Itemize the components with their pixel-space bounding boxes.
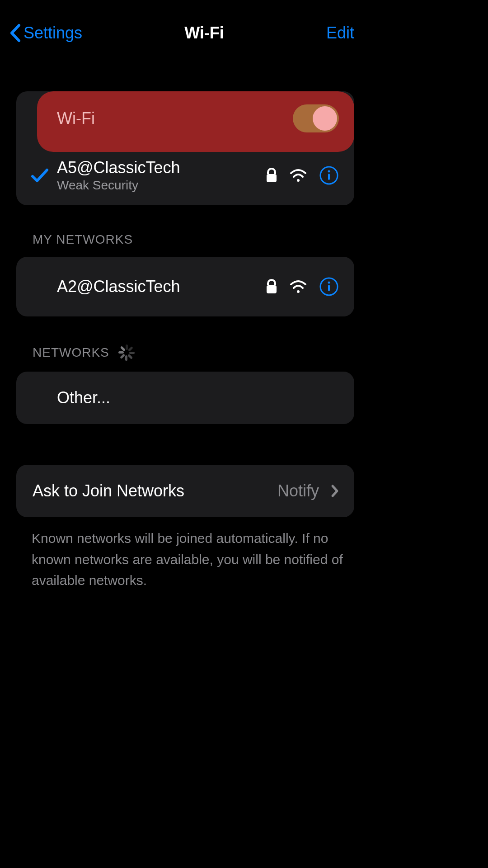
my-network-row[interactable]: A2@ClassicTech (16, 257, 354, 316)
networks-header: NETWORKS /* spokes generated below */ (33, 344, 371, 362)
svg-point-6 (297, 290, 300, 293)
edit-button[interactable]: Edit (326, 24, 354, 42)
svg-rect-0 (267, 174, 277, 182)
wifi-icon (289, 169, 307, 182)
info-button[interactable] (319, 277, 339, 297)
ask-to-join-row[interactable]: Ask to Join Networks Notify (16, 465, 354, 517)
back-label: Settings (23, 24, 82, 42)
chevron-right-icon (331, 484, 339, 498)
spinner-icon: /* spokes generated below */ (117, 344, 136, 362)
ask-to-join-value: Notify (277, 481, 319, 500)
lock-icon (266, 279, 277, 294)
svg-point-3 (328, 170, 330, 173)
svg-rect-4 (328, 174, 330, 180)
chevron-left-icon (9, 24, 21, 42)
other-label: Other... (57, 388, 339, 407)
wifi-toggle-row[interactable]: Wi-Fi (16, 91, 354, 146)
wifi-icon (289, 280, 307, 293)
wifi-toggle-label: Wi-Fi (57, 109, 293, 128)
checkmark-icon (30, 165, 50, 185)
connected-network-sub: Weak Security (57, 178, 266, 193)
connected-network-name: A5@ClassicTech (57, 158, 266, 177)
other-network-row[interactable]: Other... (16, 372, 354, 424)
lock-icon (266, 168, 277, 183)
back-button[interactable]: Settings (9, 24, 82, 42)
svg-rect-9 (328, 285, 330, 291)
info-button[interactable] (319, 165, 339, 185)
ask-to-join-label: Ask to Join Networks (33, 481, 277, 500)
svg-rect-5 (267, 285, 277, 293)
page-title: Wi-Fi (184, 24, 224, 42)
svg-point-8 (328, 282, 330, 284)
my-networks-header: MY NETWORKS (33, 232, 371, 247)
connected-network-row[interactable]: A5@ClassicTech Weak Security (16, 146, 354, 205)
wifi-toggle[interactable] (293, 104, 339, 132)
svg-point-1 (297, 179, 300, 182)
ask-footer: Known networks will be joined automatica… (32, 528, 354, 591)
network-name: A2@ClassicTech (57, 277, 266, 296)
